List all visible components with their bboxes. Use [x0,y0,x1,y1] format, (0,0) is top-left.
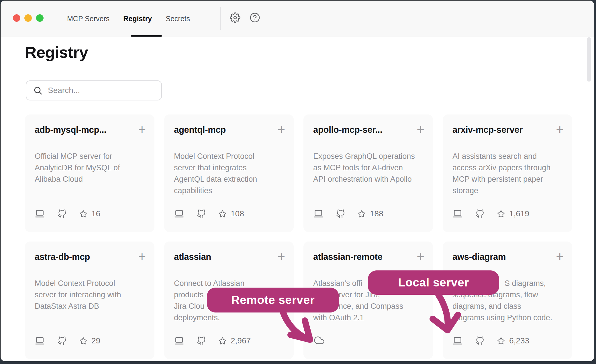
server-card[interactable]: agentql-mcp + Model Context Protocolserv… [164,114,294,232]
tab-bar: MCP Servers Registry Secrets [67,1,190,37]
add-server-button[interactable]: + [277,124,285,135]
server-name: arxiv-mcp-server [452,124,523,136]
tab-mcp-servers[interactable]: MCP Servers [67,15,109,23]
description-line: Exposes GraphQL operations [313,151,424,162]
server-card[interactable]: apollo-mcp-ser... + Exposes GraphQL oper… [303,114,433,232]
star-count: 1,619 [497,209,529,218]
search-input[interactable] [47,86,161,95]
description-line: storage [452,185,564,196]
server-description: Model Context Protocolserver for interac… [35,278,146,312]
card-footer: 1,619 [452,209,564,218]
window-zoom-button[interactable] [36,14,44,22]
add-server-button[interactable]: + [417,124,424,135]
description-line: Connect to Atlassian [174,278,285,289]
app-window: MCP Servers Registry Secrets [1,1,594,361]
server-grid: adb-mysql-mcp... + Official MCP server f… [25,114,572,359]
star-icon [79,337,87,345]
description-line: deployments. [174,312,285,323]
github-icon [336,209,345,218]
description-line: server for interacting with [35,289,146,300]
server-card[interactable]: astra-db-mcp + Model Context Protocolser… [25,242,154,359]
description-line: API orchestration with Apollo [313,173,424,185]
star-icon [79,210,87,218]
server-name: apollo-mcp-ser... [313,124,382,136]
local-server-callout: Local server [368,270,499,295]
description-line: MCP with persistent paper [452,173,564,185]
star-count: 188 [358,209,383,218]
remote-server-callout: Remote server [207,288,339,312]
settings-button[interactable] [230,13,240,23]
card-header: arxiv-mcp-server + [452,124,564,136]
description-line: S diagrams, [505,278,564,289]
description-line: with OAuth 2.1 [313,312,424,323]
add-server-button[interactable]: + [556,251,564,262]
search-box [26,80,162,100]
star-icon [497,210,505,218]
description-line: ence, and Compass [334,300,424,312]
laptop-icon [174,336,184,345]
tab-registry[interactable]: Registry [123,15,152,23]
description-line: DataStax Astra DB [35,300,146,312]
server-name: adb-mysql-mcp... [35,124,106,136]
card-header: atlassian + [174,251,285,263]
help-button[interactable] [249,13,260,23]
add-server-button[interactable]: + [556,124,564,135]
description-line: capabilities [174,185,285,196]
star-count: 6,233 [497,336,529,345]
server-name: agentql-mcp [174,124,226,136]
description-line: Official MCP server for [35,151,146,162]
add-server-button[interactable]: + [138,251,146,262]
card-footer: 6,233 [452,336,564,345]
laptop-icon [35,336,45,345]
server-description: AI assistants search andaccess arXiv pap… [452,151,564,196]
add-server-button[interactable]: + [277,251,285,262]
server-name: astra-db-mcp [35,251,90,263]
github-icon [58,337,66,345]
help-circle-icon [250,12,260,24]
card-footer: 16 [35,209,146,218]
server-card[interactable]: arxiv-mcp-server + AI assistants search … [443,114,572,232]
star-count: 2,967 [218,336,251,345]
github-icon [197,209,206,218]
github-icon [197,337,206,345]
titlebar-divider [220,7,221,30]
server-card[interactable]: adb-mysql-mcp... + Official MCP server f… [25,114,154,232]
server-name: atlassian-remote [313,251,383,263]
window-close-button[interactable] [13,14,20,22]
server-name: aws-diagram [452,251,506,263]
star-count: 16 [79,209,100,218]
add-server-button[interactable]: + [138,124,146,135]
card-footer: 29 [35,336,146,345]
server-description: Exposes GraphQL operationsas MCP tools f… [313,151,424,185]
description-line: Model Context Protocol [35,278,146,289]
server-name: atlassian [174,251,211,263]
description-line: AnalyticDB for MySQL of [35,162,146,173]
cloud-icon [313,335,325,345]
star-icon [218,210,227,218]
description-line: AgentQL data extraction [174,173,285,185]
card-header: apollo-mcp-ser... + [313,124,424,136]
card-header: atlassian-remote + [313,251,424,263]
description-line: Alibaba Cloud [35,173,146,185]
window-minimize-button[interactable] [24,14,32,22]
search-icon [33,86,43,95]
card-footer: 2,967 [174,336,285,345]
tab-secrets[interactable]: Secrets [166,15,190,23]
github-icon [58,209,66,218]
star-count: 29 [79,336,100,345]
description-line: access arXiv papers through [452,162,564,173]
github-icon [475,209,484,218]
scrollbar-thumb[interactable] [587,37,591,82]
settings-gear-icon [230,12,240,24]
star-icon [358,210,366,218]
description-line: diagrams, and class [452,300,564,312]
desktop-backdrop: MCP Servers Registry Secrets [0,0,596,364]
laptop-icon [452,336,463,345]
active-tab-indicator [131,35,162,37]
laptop-icon [174,209,184,218]
titlebar: MCP Servers Registry Secrets [1,1,594,37]
card-footer [313,335,424,345]
server-card[interactable]: aws-diagram + S diagrams,sequence diagra… [443,242,572,359]
add-server-button[interactable]: + [417,251,424,262]
card-footer: 108 [174,209,285,218]
